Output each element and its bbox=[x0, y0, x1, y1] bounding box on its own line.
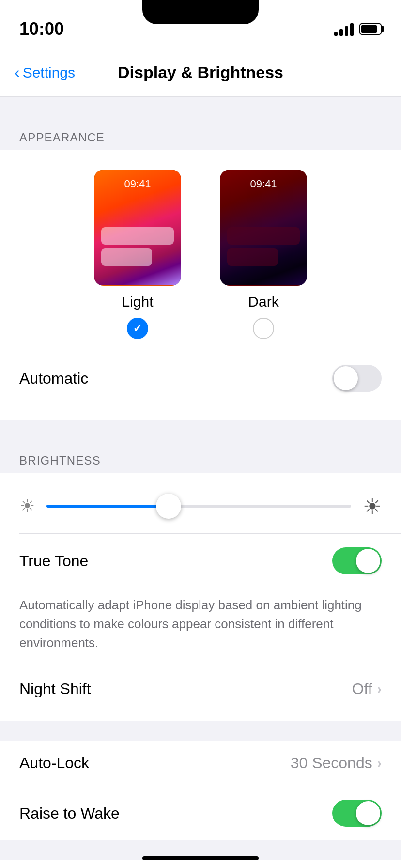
night-shift-chevron-icon: › bbox=[377, 682, 382, 697]
battery-icon bbox=[359, 23, 382, 35]
true-tone-row: True Tone bbox=[0, 534, 401, 588]
raise-to-wake-toggle[interactable] bbox=[332, 800, 382, 827]
raise-to-wake-row: Raise to Wake bbox=[0, 786, 401, 840]
nav-bar: ‹ Settings Display & Brightness bbox=[0, 48, 401, 97]
page-title: Display & Brightness bbox=[118, 63, 283, 82]
auto-lock-value: 30 Seconds bbox=[291, 754, 372, 772]
brightness-section: ☀ ☀ True Tone Automatically adapt iPhone… bbox=[0, 473, 401, 721]
auto-lock-label: Auto-Lock bbox=[19, 754, 89, 772]
appearance-light-option[interactable]: 09:41 Light ✓ bbox=[94, 170, 181, 339]
light-label: Light bbox=[122, 294, 153, 310]
back-chevron-icon: ‹ bbox=[15, 63, 20, 81]
status-bar: 10:00 bbox=[0, 0, 401, 48]
signal-icon bbox=[334, 22, 354, 36]
home-indicator bbox=[142, 856, 259, 860]
brightness-high-icon: ☀ bbox=[363, 494, 382, 519]
true-tone-label: True Tone bbox=[19, 552, 88, 570]
raise-to-wake-label: Raise to Wake bbox=[19, 805, 120, 822]
appearance-section: 09:41 Light ✓ 09:41 Dark bbox=[0, 150, 401, 420]
brightness-slider-row: ☀ ☀ bbox=[0, 483, 401, 533]
dark-label: Dark bbox=[248, 294, 278, 310]
gap-appearance bbox=[0, 97, 401, 116]
auto-lock-chevron-icon: › bbox=[377, 756, 382, 771]
night-shift-row[interactable]: Night Shift Off › bbox=[0, 666, 401, 712]
dark-radio[interactable] bbox=[253, 318, 274, 339]
notch bbox=[142, 0, 259, 24]
text-section: Text Size › Bold Text bbox=[0, 860, 401, 868]
brightness-low-icon: ☀ bbox=[19, 496, 35, 516]
night-shift-label: Night Shift bbox=[19, 680, 91, 698]
automatic-label: Automatic bbox=[19, 370, 88, 388]
back-button[interactable]: ‹ Settings bbox=[15, 63, 75, 81]
slider-thumb[interactable] bbox=[156, 494, 181, 519]
light-preview: 09:41 bbox=[94, 170, 181, 286]
dark-preview-time: 09:41 bbox=[220, 178, 307, 190]
appearance-options: 09:41 Light ✓ 09:41 Dark bbox=[0, 170, 401, 339]
back-label: Settings bbox=[23, 64, 75, 81]
true-tone-description: Automatically adapt iPhone display based… bbox=[0, 588, 401, 666]
brightness-header: BRIGHTNESS bbox=[0, 439, 401, 473]
automatic-toggle[interactable] bbox=[332, 365, 382, 392]
status-icons bbox=[334, 22, 382, 36]
dark-preview: 09:41 bbox=[220, 170, 307, 286]
text-size-row[interactable]: Text Size › bbox=[0, 860, 401, 868]
brightness-slider[interactable] bbox=[46, 493, 351, 520]
appearance-dark-option[interactable]: 09:41 Dark bbox=[220, 170, 307, 339]
light-radio[interactable]: ✓ bbox=[127, 318, 148, 339]
light-preview-time: 09:41 bbox=[94, 178, 181, 190]
gap-brightness bbox=[0, 420, 401, 439]
auto-lock-row[interactable]: Auto-Lock 30 Seconds › bbox=[0, 741, 401, 786]
checkmark-icon: ✓ bbox=[133, 322, 142, 335]
night-shift-value: Off bbox=[352, 680, 372, 698]
slider-fill bbox=[46, 505, 169, 508]
appearance-header: APPEARANCE bbox=[0, 116, 401, 150]
gap-auto-lock bbox=[0, 721, 401, 741]
true-tone-toggle[interactable] bbox=[332, 547, 382, 574]
automatic-row: Automatic bbox=[0, 351, 401, 405]
lock-section: Auto-Lock 30 Seconds › Raise to Wake bbox=[0, 741, 401, 840]
status-time: 10:00 bbox=[19, 19, 64, 39]
